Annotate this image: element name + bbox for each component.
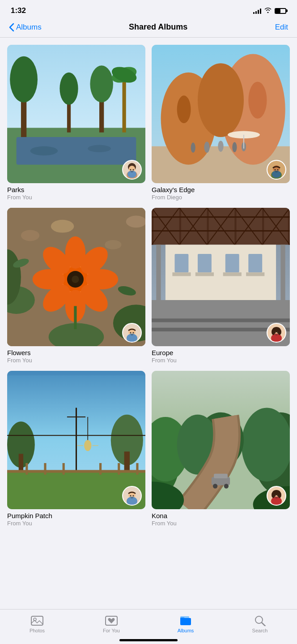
svg-rect-95 xyxy=(175,254,189,272)
svg-point-40 xyxy=(272,171,281,178)
svg-point-115 xyxy=(278,329,281,335)
svg-rect-78 xyxy=(207,208,209,245)
svg-rect-9 xyxy=(123,77,126,133)
for-you-icon xyxy=(105,614,118,627)
album-item-pumpkin-patch[interactable]: Pumpkin Patch From You xyxy=(7,371,145,527)
svg-rect-99 xyxy=(172,272,191,276)
album-name-flowers: Flowers xyxy=(7,349,145,356)
wifi-icon xyxy=(264,7,272,14)
svg-rect-130 xyxy=(25,463,28,475)
svg-rect-100 xyxy=(195,272,214,276)
svg-point-13 xyxy=(88,145,111,152)
svg-point-42 xyxy=(277,169,279,171)
status-time: 1:32 xyxy=(11,6,26,15)
svg-point-46 xyxy=(51,220,74,233)
svg-rect-150 xyxy=(214,474,228,478)
svg-rect-133 xyxy=(99,463,102,475)
svg-rect-134 xyxy=(118,463,120,475)
signal-icon xyxy=(253,8,261,14)
status-icons xyxy=(253,7,286,14)
svg-point-47 xyxy=(105,240,121,249)
tab-for-you[interactable]: For You xyxy=(98,614,125,633)
tab-label-for-you: For You xyxy=(103,628,120,633)
svg-point-141 xyxy=(133,495,134,497)
search-icon xyxy=(254,614,266,627)
album-name-europe: Europe xyxy=(152,349,290,356)
edit-button[interactable]: Edit xyxy=(275,23,288,32)
tab-label-photos: Photos xyxy=(30,628,45,633)
svg-rect-98 xyxy=(248,254,262,272)
svg-rect-106 xyxy=(156,245,161,305)
album-avatar-pumpkin-patch xyxy=(122,486,142,506)
back-button[interactable]: Albums xyxy=(9,23,42,32)
album-item-flowers[interactable]: Flowers From You xyxy=(7,208,145,364)
album-item-parks[interactable]: Parks From You xyxy=(7,45,145,201)
svg-point-72 xyxy=(130,332,132,334)
svg-rect-131 xyxy=(44,463,46,475)
album-avatar-galaxys-edge xyxy=(267,160,286,180)
album-thumbnail-flowers xyxy=(7,208,145,346)
album-thumbnail-pumpkin-patch xyxy=(7,371,145,509)
battery-icon xyxy=(275,8,286,14)
svg-rect-97 xyxy=(225,254,239,272)
tab-search[interactable]: Search xyxy=(246,614,273,633)
svg-point-26 xyxy=(198,63,244,137)
svg-point-162 xyxy=(278,492,281,498)
album-avatar-kona xyxy=(267,486,286,506)
svg-point-126 xyxy=(84,440,91,451)
tab-label-albums: Albums xyxy=(178,628,194,633)
album-from-europe: From You xyxy=(152,357,290,364)
album-name-kona: Kona xyxy=(152,512,290,519)
svg-point-152 xyxy=(224,484,229,488)
svg-point-30 xyxy=(218,141,223,152)
album-thumbnail-parks xyxy=(7,45,145,183)
album-name-galaxys-edge: Galaxy's Edge xyxy=(152,186,290,193)
svg-rect-79 xyxy=(234,208,236,245)
tab-photos[interactable]: Photos xyxy=(24,614,51,633)
svg-rect-66 xyxy=(74,306,76,329)
svg-point-8 xyxy=(59,73,78,105)
album-item-kona[interactable]: Kona From You xyxy=(152,371,290,527)
svg-rect-136 xyxy=(7,371,145,375)
svg-point-151 xyxy=(213,484,217,488)
svg-point-114 xyxy=(272,329,275,335)
svg-point-168 xyxy=(255,616,263,623)
svg-rect-76 xyxy=(152,208,153,245)
svg-point-6 xyxy=(90,65,113,102)
svg-rect-81 xyxy=(288,208,290,245)
svg-point-4 xyxy=(10,56,38,103)
album-from-parks: From You xyxy=(7,194,145,201)
svg-point-161 xyxy=(272,492,275,498)
album-thumbnail-kona xyxy=(152,371,290,509)
album-from-pumpkin-patch: From You xyxy=(7,520,145,527)
svg-point-28 xyxy=(248,82,267,118)
home-indicator xyxy=(119,639,178,641)
svg-rect-35 xyxy=(243,135,244,149)
album-avatar-europe xyxy=(267,323,286,343)
album-item-galaxys-edge[interactable]: Galaxy's Edge From Diego xyxy=(152,45,290,201)
svg-point-27 xyxy=(177,95,191,123)
svg-rect-107 xyxy=(280,245,285,305)
svg-point-33 xyxy=(191,142,195,153)
album-from-galaxys-edge: From Diego xyxy=(152,194,290,201)
svg-point-48 xyxy=(126,216,145,228)
svg-rect-135 xyxy=(136,463,138,475)
svg-point-12 xyxy=(30,146,58,156)
svg-rect-163 xyxy=(31,616,43,625)
svg-point-21 xyxy=(133,169,134,171)
album-item-europe[interactable]: Europe From You xyxy=(152,208,290,364)
svg-point-140 xyxy=(130,495,132,497)
svg-point-45 xyxy=(21,230,39,241)
svg-rect-102 xyxy=(246,272,264,276)
svg-point-20 xyxy=(130,169,132,171)
svg-point-65 xyxy=(72,275,79,283)
page-title: Shared Albums xyxy=(129,22,187,32)
album-thumbnail-galaxys-edge xyxy=(152,45,290,183)
album-from-flowers: From You xyxy=(7,357,145,364)
back-label: Albums xyxy=(16,23,42,32)
svg-rect-104 xyxy=(152,318,290,322)
svg-rect-167 xyxy=(180,616,189,618)
tab-albums[interactable]: Albums xyxy=(172,614,199,633)
album-from-kona: From You xyxy=(152,520,290,527)
svg-point-19 xyxy=(127,171,136,178)
